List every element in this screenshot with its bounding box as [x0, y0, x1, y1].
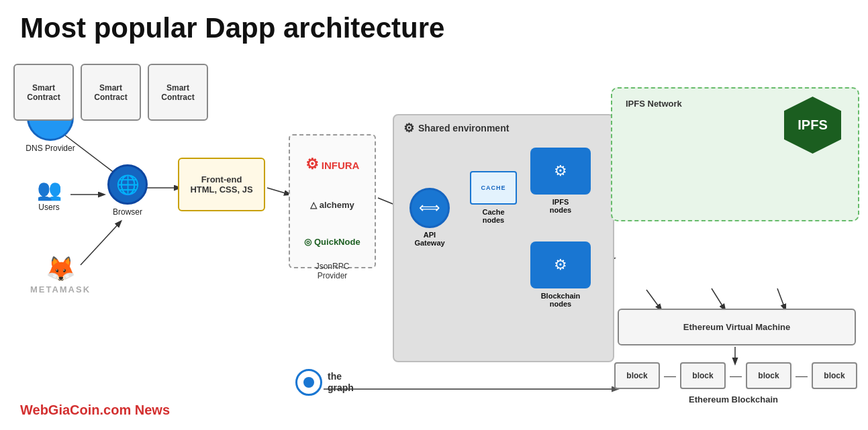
jsonrpc-provider-box: ⚙ INFURA △ alchemy ◎ QuickNode JsonRPCPr… [289, 134, 376, 268]
blockchain-nodes-label: Blockchainnodes [527, 292, 594, 308]
evm-label: Ethereum Virtual Machine [683, 322, 790, 332]
browser-label: Browser [113, 207, 142, 217]
svg-line-13 [777, 288, 785, 310]
ipfs-nodes-label: IPFSnodes [527, 198, 594, 214]
the-graph-box: thegraph [295, 369, 354, 396]
ipfs-hex-icon: IPFS [784, 97, 841, 154]
block-dash-2: — [730, 369, 742, 383]
api-gateway-icon: ⟺ [409, 188, 450, 228]
frontend-box: Front-endHTML, CSS, JS [178, 158, 265, 211]
smart-contracts-row: SmartContract SmartContract SmartContrac… [13, 64, 208, 121]
cache-node-label: Cachenodes [467, 208, 520, 224]
ipfs-nodes-box: ⚙ [530, 148, 591, 195]
metamask-icon: 🦊 [46, 255, 76, 283]
smart-contract-1: SmartContract [13, 64, 74, 121]
ipfs-network-label-top: IPFS Network [626, 99, 682, 109]
shared-env-gear-icon: ⚙ [403, 121, 414, 136]
cache-box: CACHE [470, 171, 517, 205]
shared-env-title: ⚙ Shared environment [403, 121, 509, 136]
infura-label: ⚙ INFURA [305, 156, 360, 173]
metamask-label: METAMASK [30, 284, 91, 294]
browser-box: 🌐 Browser [101, 164, 154, 217]
blockchain-nodes-box: ⚙ [530, 241, 591, 288]
block-dash-3: — [795, 369, 808, 383]
cache-inner-label: CACHE [481, 184, 505, 191]
block-dash-1: — [664, 369, 676, 383]
page-title: Most popular Dapp architecture [0, 0, 868, 44]
api-gateway-label: APIGateway [414, 231, 444, 247]
quicknode-label: ◎ QuickNode [304, 237, 360, 247]
frontend-label: Front-endHTML, CSS, JS [190, 174, 252, 195]
users-label: Users [38, 203, 59, 212]
users-box: 👥 Users [26, 178, 73, 212]
ipfs-network-area: IPFS Network IPFS [611, 87, 859, 221]
eth-block-4: block [812, 362, 857, 389]
users-icon: 👥 [37, 178, 62, 201]
diagram-area: DNS DNS Provider 👥 Users 🦊 METAMASK 🌐 Br… [7, 60, 866, 423]
eth-block-3: block [746, 362, 791, 389]
evm-box: Ethereum Virtual Machine [618, 309, 856, 345]
svg-line-12 [712, 288, 725, 310]
the-graph-label: thegraph [328, 371, 354, 394]
webgiacoin-label: WebGiaCoin.com News [20, 402, 170, 418]
eth-blocks-row: block — block — block — block [614, 362, 857, 389]
eth-block-2: block [680, 362, 726, 389]
the-graph-icon [295, 369, 322, 396]
blockchain-nodes-gear-icon: ⚙ [554, 256, 567, 274]
api-gateway-box: ⟺ APIGateway [403, 188, 456, 247]
metamask-box: 🦊 METAMASK [13, 255, 107, 294]
eth-blockchain-label: Ethereum Blockchain [614, 394, 853, 405]
alchemy-label: △ alchemy [310, 200, 354, 210]
smart-contract-3: SmartContract [148, 64, 208, 121]
eth-block-1: block [614, 362, 660, 389]
jsonrpc-label: JsonRPCProvider [292, 262, 373, 280]
dns-label: DNS Provider [26, 144, 75, 153]
smart-contract-2: SmartContract [81, 64, 141, 121]
browser-icon: 🌐 [107, 164, 148, 205]
svg-line-11 [646, 290, 661, 310]
svg-line-4 [267, 188, 290, 195]
ipfs-nodes-gear-icon: ⚙ [554, 162, 567, 180]
